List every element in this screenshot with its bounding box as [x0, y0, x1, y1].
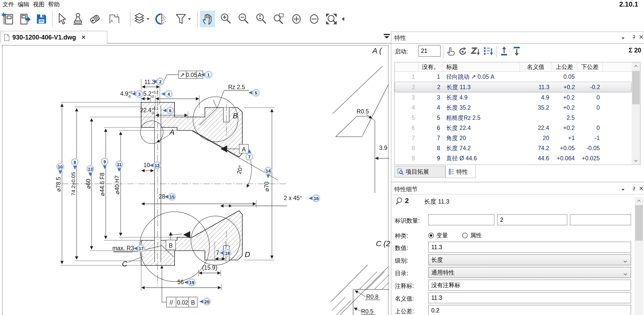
- dimension-text: B: [191, 299, 195, 306]
- zoom-vertical-button[interactable]: [253, 11, 269, 27]
- id-count-input-3[interactable]: [570, 214, 631, 225]
- balloon-17[interactable]: 17: [134, 245, 145, 252]
- table-row[interactable]: 77角度 2020+1-1: [395, 133, 632, 143]
- tab-properties[interactable]: 特性: [445, 165, 476, 178]
- table-row[interactable]: 11径向跳动 ↗ 0.05 A0.05: [395, 72, 632, 82]
- details-scrollbar[interactable]: [635, 197, 643, 315]
- collapse-toolbar-button[interactable]: [340, 11, 347, 27]
- balloon-8[interactable]: 8: [71, 158, 79, 170]
- radio-selected-icon: [428, 233, 434, 238]
- panel-dropdown-icon[interactable]: [621, 36, 625, 41]
- project-expand-icon: [397, 168, 404, 175]
- upper-tol-input[interactable]: [428, 305, 631, 315]
- table-row[interactable]: 44长度 35.235.2+0.20: [395, 103, 632, 113]
- filter-button[interactable]: [174, 11, 193, 27]
- value-input[interactable]: [428, 242, 631, 253]
- tab-project-expand[interactable]: 项目拓展: [394, 166, 445, 178]
- balloon-10[interactable]: 10: [56, 163, 64, 174]
- scroll-up-icon[interactable]: [635, 197, 643, 205]
- zoom-fit-button[interactable]: [324, 11, 339, 27]
- balloon-20[interactable]: 20: [199, 298, 211, 305]
- start-input[interactable]: [418, 45, 441, 57]
- zoom-in-icon-button[interactable]: [218, 11, 233, 27]
- tab-list-icon[interactable]: [383, 33, 390, 40]
- dimension-text: ⌀40 H7: [114, 175, 120, 194]
- balloon-4[interactable]: 4: [161, 90, 173, 98]
- balloon-13[interactable]: 13: [87, 165, 94, 176]
- panel-pin-icon[interactable]: [632, 35, 636, 41]
- radio-variable[interactable]: 变量: [428, 231, 448, 239]
- radio-unselected-icon: [462, 233, 468, 238]
- menu-edit[interactable]: 编辑: [18, 1, 29, 8]
- svg-text:13: 13: [88, 167, 93, 172]
- open-document-button[interactable]: [17, 11, 32, 27]
- menu-view[interactable]: 视图: [33, 1, 45, 8]
- menu-help[interactable]: 帮助: [48, 1, 60, 8]
- document-tab[interactable]: 930-1200-406-V1.dwg ×: [1, 31, 107, 44]
- increase-button[interactable]: [289, 11, 304, 27]
- scrollbar-thumb[interactable]: [632, 71, 640, 104]
- table-row[interactable]: 99直径 Ø 44.644.6+0.064+0.025: [395, 153, 632, 163]
- dimension-text: Rz 2.5: [228, 84, 245, 90]
- id-count-input-1[interactable]: [428, 214, 495, 225]
- decrease-button[interactable]: [307, 11, 322, 27]
- chevron-down-icon: [623, 258, 628, 265]
- radio-attribute[interactable]: 属性: [462, 231, 482, 239]
- divider: [391, 194, 644, 194]
- details-dropdown-icon[interactable]: [621, 188, 625, 192]
- table-row[interactable]: 33长度 4.94.9+0.20: [395, 92, 632, 103]
- move-up-icon[interactable]: [500, 46, 510, 57]
- menu-file[interactable]: 文件: [3, 1, 14, 8]
- balloon-11[interactable]: 11: [115, 161, 123, 172]
- nominal-input[interactable]: [428, 292, 631, 303]
- new-document-button[interactable]: [1, 11, 16, 27]
- class-label: 级别:: [395, 257, 408, 265]
- details-pin-icon[interactable]: [632, 186, 636, 192]
- toolbar-separator: [130, 10, 131, 27]
- app-version: 2.10.1: [619, 1, 638, 8]
- details-close-icon[interactable]: [639, 186, 643, 191]
- details-balloon-title: 长度 11.3: [424, 198, 449, 206]
- table-scrollbar[interactable]: [632, 62, 640, 165]
- balloon-12[interactable]: 12: [149, 162, 161, 169]
- hand-pointer-icon[interactable]: [446, 46, 456, 57]
- dimension-text: //: [170, 299, 173, 306]
- dimension-text: 10: [143, 162, 150, 168]
- save-button[interactable]: [34, 11, 49, 27]
- dimension-text: 0.05: [186, 72, 197, 78]
- renumber-z-icon[interactable]: [470, 46, 481, 57]
- scroll-down-icon[interactable]: [632, 157, 640, 165]
- balloon-9[interactable]: 9: [101, 158, 109, 169]
- zoom-out-icon-button[interactable]: [236, 11, 251, 27]
- note-input[interactable]: [428, 280, 631, 291]
- table-row[interactable]: 66长度 22.422.4+0.20: [395, 123, 632, 133]
- class-combo[interactable]: 长度: [428, 254, 631, 265]
- catalog-combo[interactable]: 通用特性: [428, 267, 631, 278]
- layers-button[interactable]: [132, 11, 151, 27]
- drawing-canvas[interactable]: 11.34.9+0.2-035.2+0.2-0Rz 2.522.4+0.2-01…: [0, 44, 391, 315]
- tag-button[interactable]: [88, 11, 103, 27]
- panel-close-icon[interactable]: [639, 35, 643, 40]
- list-order-icon[interactable]: [483, 46, 493, 57]
- id-count-input-2[interactable]: [497, 214, 567, 225]
- dimension-text: B: [169, 242, 173, 249]
- balloon-15[interactable]: 15: [164, 193, 176, 201]
- table-row[interactable]: 22长度 11.311.3+0.2-0.2: [395, 82, 632, 92]
- partial-region-button[interactable]: 1A: [107, 11, 122, 27]
- pan-hand-button[interactable]: [200, 11, 215, 27]
- close-tab-icon[interactable]: ×: [82, 33, 85, 41]
- stamp-button[interactable]: [70, 11, 85, 27]
- table-row[interactable]: 88长度 74.274.2+0.05-0.05: [395, 143, 632, 153]
- balloon-14[interactable]: 14: [264, 167, 272, 178]
- mirror-compare-button[interactable]: [154, 11, 169, 27]
- move-down-icon[interactable]: [512, 46, 522, 57]
- refresh-icon[interactable]: [458, 46, 468, 57]
- balloon-16[interactable]: 16: [309, 194, 320, 202]
- select-cursor-button[interactable]: [54, 11, 69, 27]
- scrollbar-thumb[interactable]: [635, 205, 643, 241]
- balloon-5[interactable]: 5: [248, 89, 260, 96]
- zoom-window-button[interactable]: [271, 11, 286, 27]
- scroll-up-icon[interactable]: [632, 62, 640, 70]
- table-row[interactable]: 55粗糙度Rz 2.52.5: [395, 113, 632, 123]
- svg-text:10: 10: [58, 165, 63, 169]
